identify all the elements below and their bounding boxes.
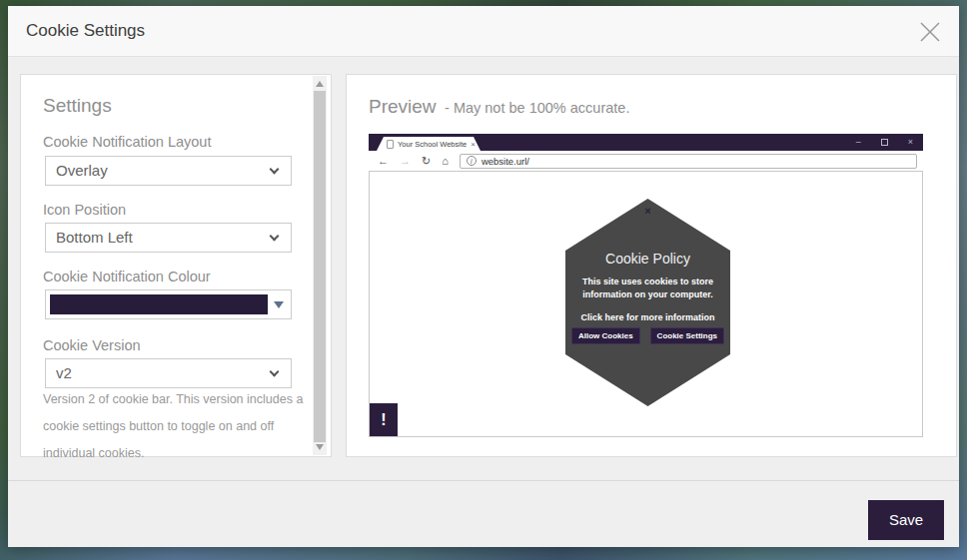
minimize-icon: – — [856, 138, 861, 147]
preview-heading: Preview - May not be 100% accurate. — [369, 96, 629, 118]
cookie-version-select-value: v2 — [56, 364, 72, 381]
scrollbar-thumb[interactable] — [314, 91, 326, 442]
window-controls: – × — [856, 134, 913, 151]
cookie-corner-icon: ! — [370, 403, 398, 436]
cookie-version-select[interactable]: v2 — [45, 358, 292, 388]
field-label-version: Cookie Version — [43, 337, 141, 353]
cookie-settings-button: Cookie Settings — [650, 327, 724, 344]
chevron-down-icon — [270, 367, 280, 377]
url-text: website.url/ — [482, 156, 529, 167]
icon-position-select-value: Bottom Left — [56, 229, 133, 246]
browser-tab: Your School Website × — [377, 137, 481, 151]
preview-page-area: × Cookie Policy This site uses cookies t… — [369, 172, 923, 437]
chevron-down-icon — [270, 232, 280, 242]
chevron-down-icon — [270, 165, 280, 175]
layout-select[interactable]: Overlay — [45, 156, 292, 186]
page-icon — [387, 140, 394, 149]
field-label-icon-position: Icon Position — [43, 202, 126, 218]
preview-subtitle: - May not be 100% accurate. — [445, 100, 629, 116]
allow-cookies-button: Allow Cookies — [571, 327, 640, 344]
maximize-icon — [881, 139, 888, 146]
tab-title: Your School Website — [398, 140, 467, 149]
close-icon[interactable] — [917, 19, 943, 45]
layout-select-value: Overlay — [56, 162, 108, 179]
url-bar: i website.url/ — [460, 154, 917, 169]
browser-toolbar: ← → ↻ ⌂ i website.url/ — [369, 151, 923, 172]
window-close-icon: × — [908, 138, 913, 147]
home-icon: ⌂ — [442, 156, 449, 167]
forward-icon: → — [400, 156, 411, 167]
settings-scrollbar[interactable] — [313, 76, 327, 455]
field-label-layout: Cookie Notification Layout — [43, 134, 211, 150]
modal-header: Cookie Settings — [8, 6, 959, 57]
popup-message: This site uses cookies to store informat… — [581, 276, 715, 301]
save-button[interactable]: Save — [868, 500, 944, 540]
tab-close-icon: × — [471, 140, 476, 149]
refresh-icon: ↻ — [422, 156, 431, 167]
dropdown-triangle-icon — [274, 301, 284, 308]
popup-buttons: Allow Cookies Cookie Settings — [571, 327, 724, 344]
scroll-down-icon[interactable] — [316, 444, 324, 450]
popup-close-icon: × — [644, 205, 650, 217]
browser-mockup: Your School Website × – × ← → ↻ ⌂ i — [369, 134, 923, 437]
preview-title: Preview — [369, 96, 437, 117]
cookie-settings-modal: Cookie Settings Settings Cookie Notifica… — [8, 6, 959, 547]
version-help-text: Version 2 of cookie bar. This version in… — [43, 386, 305, 467]
settings-panel: Settings Cookie Notification Layout Over… — [20, 74, 332, 457]
colour-swatch — [50, 294, 268, 314]
popup-link: Click here for more information — [580, 312, 714, 322]
icon-position-select[interactable]: Bottom Left — [45, 223, 292, 253]
colour-picker[interactable] — [45, 289, 292, 319]
field-label-colour: Cookie Notification Colour — [43, 269, 211, 284]
back-icon: ← — [378, 156, 389, 167]
modal-footer: Save — [8, 480, 959, 547]
settings-heading: Settings — [43, 95, 112, 117]
cookie-popup-hexagon: × Cookie Policy This site uses cookies t… — [565, 199, 730, 406]
page-background: Cookie Settings Settings Cookie Notifica… — [0, 0, 967, 560]
preview-panel: Preview - May not be 100% accurate. Your… — [346, 74, 957, 457]
browser-titlebar: Your School Website × – × — [369, 134, 923, 151]
info-icon: i — [467, 156, 477, 166]
popup-title: Cookie Policy — [605, 251, 690, 267]
modal-title: Cookie Settings — [26, 21, 145, 41]
scroll-up-icon[interactable] — [316, 81, 324, 87]
